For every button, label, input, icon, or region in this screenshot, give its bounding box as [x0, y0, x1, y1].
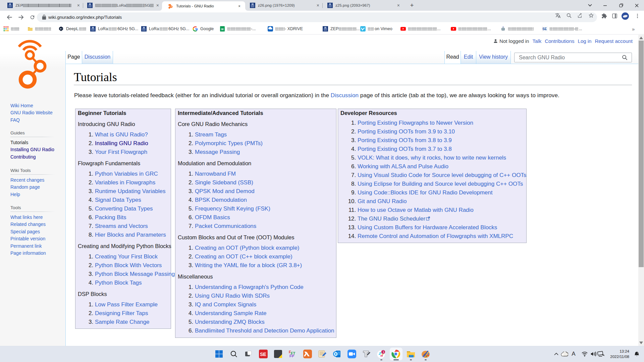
svg-text:SE: SE: [542, 27, 547, 31]
svg-text:SE: SE: [260, 352, 266, 357]
svg-text:z: z: [637, 351, 638, 354]
svg-text:1: 1: [383, 350, 384, 354]
svg-text:FP: FP: [289, 354, 294, 358]
